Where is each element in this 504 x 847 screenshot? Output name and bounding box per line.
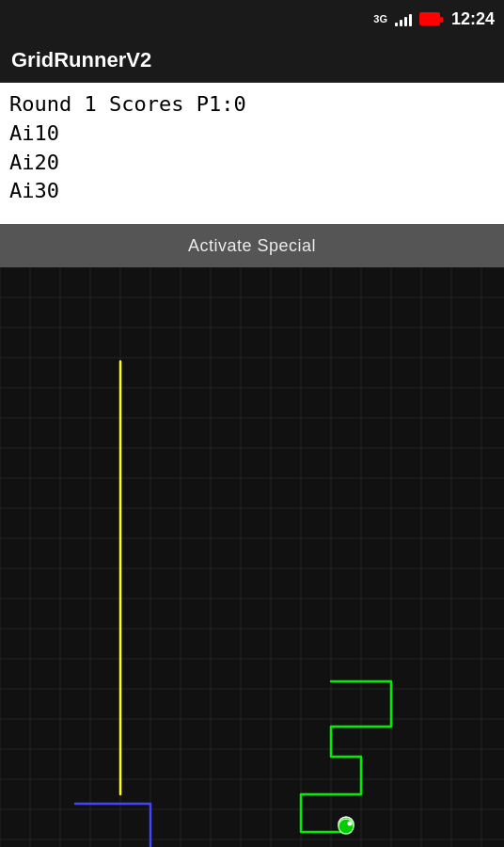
ai1-score: Ai10 [9, 120, 495, 149]
title-bar: GridRunnerV2 [0, 38, 504, 83]
battery-icon [419, 12, 440, 25]
activate-special-button[interactable]: Activate Special [0, 224, 504, 267]
game-canvas [0, 267, 504, 847]
time-display: 12:24 [451, 9, 495, 29]
ai3-score: Ai30 [9, 177, 495, 206]
status-bar: 3G 12:24 [0, 0, 504, 38]
score-panel: Round 1 Scores P1:0 Ai10 Ai20 Ai30 [0, 83, 504, 224]
app-title: GridRunnerV2 [11, 48, 151, 72]
network-indicator: 3G [373, 13, 387, 24]
grid-canvas [0, 267, 504, 847]
ai2-score: Ai20 [9, 149, 495, 178]
activate-special-label: Activate Special [188, 236, 316, 256]
round-score-line: Round 1 Scores P1:0 [9, 90, 495, 120]
signal-bars [395, 11, 412, 26]
